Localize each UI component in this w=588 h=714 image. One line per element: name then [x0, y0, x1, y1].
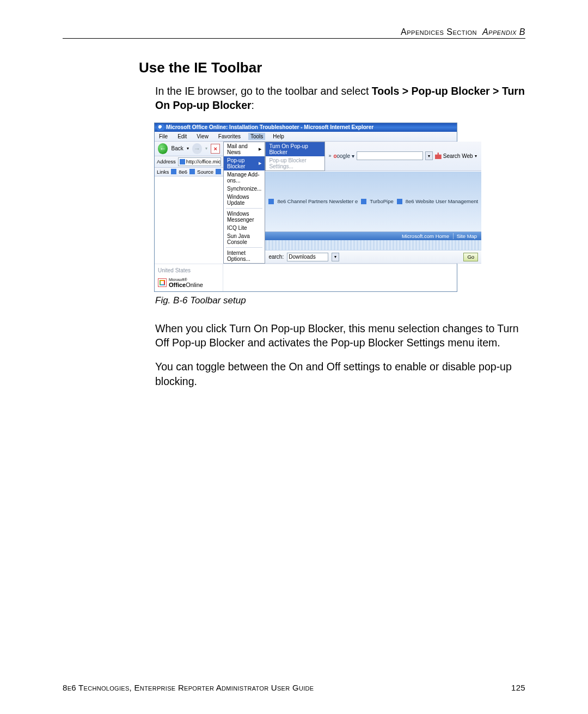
footer-text: 8e6 Technologies, Enterprise Reporter Ad… — [63, 683, 314, 692]
bluebar-link-newsletter[interactable]: 8e6 Channel Partners Newsletter e — [277, 198, 358, 204]
page-header: Appendices Section Appendix B — [63, 27, 525, 38]
tools-separator-2 — [226, 247, 262, 248]
footer-page-number: 125 — [511, 683, 525, 692]
bluebar-link-usermgmt[interactable]: 8e6 Website User Management — [406, 198, 478, 204]
ie-icon — [157, 124, 164, 131]
stop-button[interactable]: × — [211, 144, 220, 154]
forward-button[interactable]: → — [192, 143, 202, 154]
back-button[interactable]: ← — [158, 143, 168, 154]
office-online-logo: Microsoft® OfficeOnline — [158, 278, 219, 288]
back-label: Back — [171, 145, 183, 151]
address-input[interactable]: http://office.microso — [178, 157, 221, 166]
microsoft-label: Microsoft® — [169, 278, 203, 282]
ms-sitemap-link[interactable]: Site Map — [453, 233, 477, 239]
ie-window: Microsoft Office Online: Installation Tr… — [154, 123, 457, 292]
back-dropdown-icon[interactable]: ▾ — [187, 146, 189, 151]
address-bar-row: Address http://office.microso — [155, 156, 223, 168]
ms-home-bar: Microsoft.com Home Site Map — [265, 232, 481, 240]
address-label: Address — [157, 158, 176, 164]
menu-favorites[interactable]: Favorites — [216, 133, 243, 140]
tools-windows-update[interactable]: Windows Update — [224, 193, 265, 207]
submenu-popup-blocker-settings: Pop-up Blocker Settings... — [266, 156, 324, 170]
header-appendix: Appendix B — [482, 27, 525, 36]
intro-pre: In the IE browser, go to the toolbar and… — [155, 85, 372, 97]
ie-window-title: Microsoft Office Online: Installation Tr… — [166, 124, 373, 130]
bluebar-link-turbopipe[interactable]: TurboPipe — [370, 198, 393, 204]
ms-home-link[interactable]: Microsoft.com Home — [402, 233, 449, 239]
office-logo-icon — [158, 278, 167, 287]
tools-dropdown: Mail and News Pop-up Blocker Manage Add-… — [223, 142, 265, 264]
links-bluebar: 8e6 Channel Partners Newsletter e TurboP… — [265, 171, 481, 232]
ie-menubar: File Edit View Favorites Tools Help — [155, 132, 457, 142]
header-section: Appendices Section — [401, 27, 477, 36]
figure-caption: Fig. B-6 Toolbar setup — [155, 295, 525, 306]
address-value: http://office.microso — [186, 158, 221, 164]
paragraph-2: When you click Turn On Pop-up Blocker, t… — [155, 321, 525, 350]
ie-left-toolbars: ← Back ▾ → ▾ × Address http://office.mic… — [155, 142, 223, 264]
binoculars-icon — [435, 152, 442, 159]
tools-sun-java[interactable]: Sun Java Console — [224, 232, 265, 246]
ie-right-area: Turn On Pop-up Blocker Pop-up Blocker Se… — [265, 142, 481, 264]
fwd-dropdown-icon: ▾ — [205, 146, 207, 151]
tools-mail-news[interactable]: Mail and News — [224, 142, 265, 156]
links-label: Links — [157, 169, 169, 175]
office-search-row: earch: Downloads ▾ Go — [265, 251, 481, 264]
online-label: Online — [186, 282, 203, 288]
office-left-pane: United States Microsoft® OfficeOnline — [155, 264, 223, 291]
search-web-button[interactable]: Search Web ▾ — [435, 152, 477, 159]
go-button[interactable]: Go — [463, 253, 478, 261]
links-bar: Links 8e6 Source — [155, 168, 223, 176]
paragraph-3: You can toggle between the On and Off se… — [155, 359, 525, 388]
header-rule — [63, 38, 525, 39]
google-combo-arrow-icon[interactable]: ▾ — [425, 151, 433, 160]
office-label: Office — [169, 282, 186, 288]
address-favicon-icon — [180, 159, 185, 164]
figure-ie-toolbar: Microsoft Office Online: Installation Tr… — [154, 123, 525, 292]
section-title: Use the IE Toolbar — [139, 59, 525, 76]
google-toolbar: » ooogle ▾ ▾ Search Web ▾ — [325, 142, 481, 171]
search-label: earch: — [268, 254, 284, 260]
ie-nav-toolbar: ← Back ▾ → ▾ × — [155, 142, 223, 156]
country-label: United States — [158, 267, 219, 273]
tools-synchronize[interactable]: Synchronize... — [224, 185, 265, 193]
menu-view[interactable]: View — [194, 133, 211, 140]
wave-graphic — [265, 240, 481, 251]
intro-post: : — [252, 99, 254, 111]
submenu-turn-on-popup-blocker[interactable]: Turn On Pop-up Blocker — [266, 142, 324, 156]
search-scope-combo[interactable]: Downloads — [287, 253, 328, 261]
page-footer: 8e6 Technologies, Enterprise Reporter Ad… — [63, 683, 525, 692]
menu-tools[interactable]: Tools — [248, 133, 265, 140]
link-icon-1 — [171, 169, 176, 174]
link-icon-2 — [189, 169, 195, 174]
popup-blocker-submenu: Turn On Pop-up Blocker Pop-up Blocker Se… — [265, 142, 325, 171]
intro-paragraph: In the IE browser, go to the toolbar and… — [155, 84, 525, 113]
tools-internet-options[interactable]: Internet Options... — [224, 249, 265, 263]
document-page: Appendices Section Appendix B Use the IE… — [0, 0, 588, 714]
bluebar-icon-3 — [397, 199, 402, 204]
bluebar-icon-1 — [268, 199, 274, 204]
bluebar-icon-2 — [361, 199, 366, 204]
menu-help[interactable]: Help — [271, 133, 286, 140]
link-8e6[interactable]: 8e6 — [179, 169, 187, 175]
link-icon-3 — [216, 169, 221, 174]
menu-file[interactable]: File — [157, 133, 170, 140]
tools-windows-messenger[interactable]: Windows Messenger — [224, 210, 265, 224]
google-search-input[interactable] — [357, 151, 423, 160]
chevron-icon[interactable]: » — [328, 153, 331, 158]
tools-popup-blocker[interactable]: Pop-up Blocker — [224, 156, 265, 170]
tools-manage-addons[interactable]: Manage Add-ons... — [224, 170, 265, 185]
tools-icq-lite[interactable]: ICQ Lite — [224, 224, 265, 232]
search-scope-arrow-icon[interactable]: ▾ — [332, 253, 339, 261]
tools-separator-1 — [226, 208, 262, 209]
ie-titlebar: Microsoft Office Online: Installation Tr… — [155, 123, 457, 132]
menu-edit[interactable]: Edit — [175, 133, 189, 140]
google-label: ooogle ▾ — [333, 153, 354, 159]
link-source[interactable]: Source — [197, 169, 213, 175]
